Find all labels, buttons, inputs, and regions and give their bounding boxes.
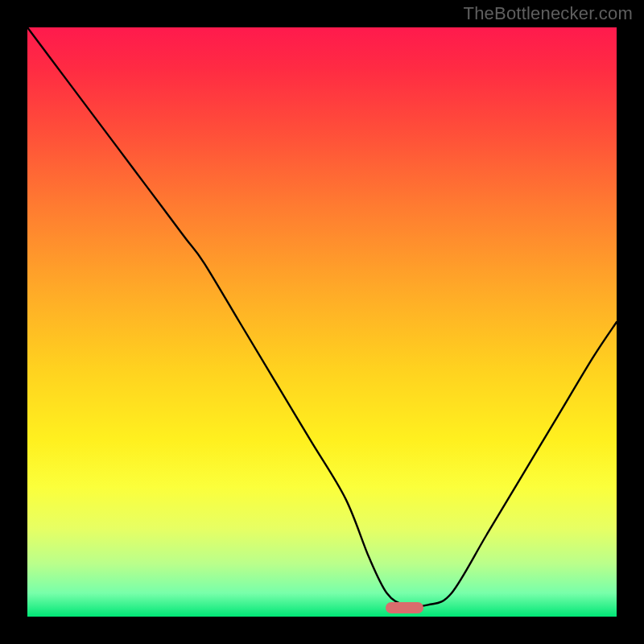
plot-area <box>27 27 617 617</box>
minimum-marker <box>386 602 424 613</box>
line-chart <box>27 27 617 617</box>
watermark-text: TheBottlenecker.com <box>464 3 633 24</box>
curve-path <box>27 27 617 606</box>
chart-root: TheBottlenecker.com <box>0 0 644 644</box>
